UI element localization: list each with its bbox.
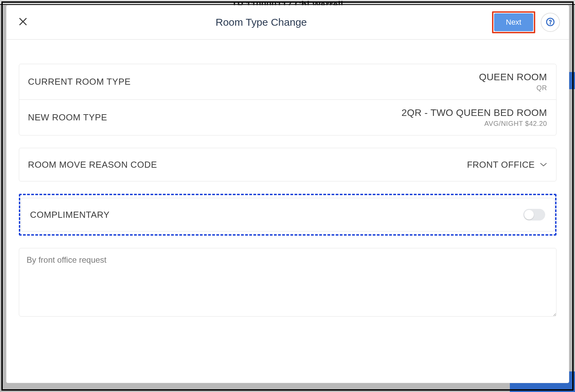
new-room-type-row[interactable]: NEW ROOM TYPE 2QR - TWO QUEEN BED ROOM A…: [19, 99, 556, 135]
new-room-type-name: 2QR - TWO QUEEN BED ROOM: [402, 107, 547, 118]
toggle-knob: [524, 210, 534, 219]
reason-code-select[interactable]: ROOM MOVE REASON CODE FRONT OFFICE: [19, 148, 556, 181]
reason-code-label: ROOM MOVE REASON CODE: [28, 159, 157, 170]
current-room-type-value: QUEEN ROOM QR: [479, 72, 547, 92]
complimentary-label: COMPLIMENTARY: [30, 210, 110, 220]
svg-point-3: [550, 23, 550, 24]
current-room-type-label: CURRENT ROOM TYPE: [28, 76, 131, 87]
close-button[interactable]: [15, 15, 31, 30]
complimentary-toggle[interactable]: [523, 209, 545, 221]
complimentary-group: COMPLIMENTARY: [21, 198, 554, 231]
modal-header: Room Type Change Next: [7, 5, 569, 40]
reason-code-value-wrap: FRONT OFFICE: [467, 159, 547, 170]
new-room-type-value: 2QR - TWO QUEEN BED ROOM AVG/NIGHT $42.2…: [402, 107, 547, 128]
current-room-type-name: QUEEN ROOM: [479, 72, 547, 83]
backdrop-accent: [569, 72, 575, 89]
modal-body: CURRENT ROOM TYPE QUEEN ROOM QR NEW ROOM…: [7, 40, 569, 332]
next-button[interactable]: Next: [494, 13, 533, 31]
current-room-type-code: QR: [479, 84, 547, 92]
reason-code-selected: FRONT OFFICE: [467, 159, 535, 170]
room-type-change-modal: Room Type Change Next CURRENT ROOM TYPE …: [7, 5, 569, 383]
next-button-highlight: Next: [492, 11, 535, 33]
complimentary-row: COMPLIMENTARY: [21, 198, 554, 231]
chevron-down-icon: [540, 161, 547, 168]
header-actions: Next: [492, 11, 560, 33]
help-button[interactable]: [541, 13, 560, 32]
notes-textarea[interactable]: [19, 248, 556, 317]
reason-code-group: ROOM MOVE REASON CODE FRONT OFFICE: [19, 148, 556, 181]
room-type-group: CURRENT ROOM TYPE QUEEN ROOM QR NEW ROOM…: [19, 64, 556, 135]
complimentary-highlight: COMPLIMENTARY: [19, 194, 556, 236]
modal-title: Room Type Change: [31, 16, 492, 28]
help-icon: [546, 17, 555, 27]
new-room-type-rate: AVG/NIGHT $42.20: [402, 120, 547, 128]
close-icon: [18, 15, 28, 29]
current-room-type-row: CURRENT ROOM TYPE QUEEN ROOM QR: [19, 64, 556, 99]
new-room-type-label: NEW ROOM TYPE: [28, 112, 107, 123]
